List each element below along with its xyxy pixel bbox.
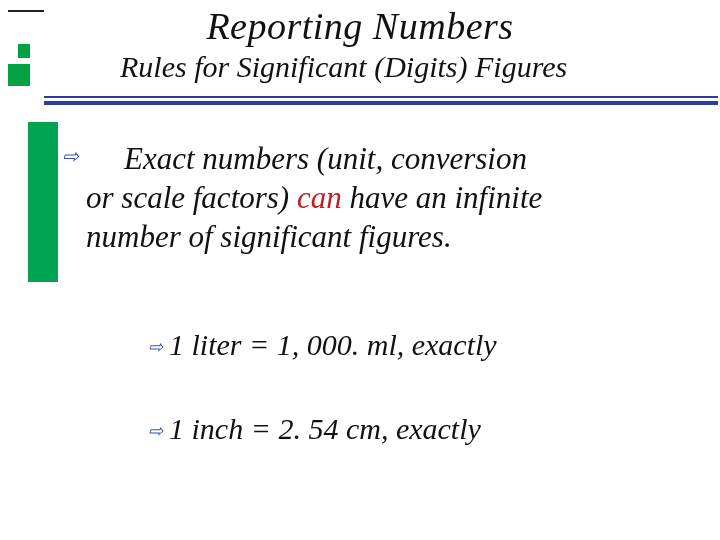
arrow-right-icon: ⇨ bbox=[148, 421, 163, 441]
sub-bullet-1-text: 1 liter = 1, 000. ml, exactly bbox=[169, 328, 497, 361]
main-bullet-red: can bbox=[297, 180, 342, 215]
sub-bullet-1: ⇨1 liter = 1, 000. ml, exactly bbox=[148, 328, 698, 362]
slide-title: Reporting Numbers bbox=[0, 0, 720, 48]
arrow-right-icon: ⇨ bbox=[62, 144, 79, 169]
main-bullet-part1: Exact numbers (unit, conversion bbox=[124, 141, 527, 176]
divider-line-thin bbox=[44, 96, 718, 98]
main-bullet-part2: or scale factors) bbox=[86, 180, 297, 215]
sub-bullet-2-text: 1 inch = 2. 54 cm, exactly bbox=[169, 412, 481, 445]
divider-line-thick bbox=[44, 101, 718, 105]
title-divider bbox=[44, 96, 718, 106]
main-bullet-part4: number of significant figures. bbox=[86, 219, 452, 254]
arrow-right-icon: ⇨ bbox=[148, 337, 163, 357]
sub-bullet-2: ⇨1 inch = 2. 54 cm, exactly bbox=[148, 412, 698, 446]
main-bullet-part3: have an infinite bbox=[349, 180, 542, 215]
main-bullet-line1: Exact numbers (unit, conversion bbox=[124, 141, 527, 176]
slide-subtitle: Rules for Significant (Digits) Figures bbox=[120, 50, 710, 83]
decorative-sidebar-bar bbox=[28, 122, 58, 282]
decorative-green-square bbox=[8, 64, 30, 86]
slide: Reporting Numbers Rules for Significant … bbox=[0, 0, 720, 540]
main-bullet: ⇨ Exact numbers (unit, conversion or sca… bbox=[86, 140, 696, 256]
